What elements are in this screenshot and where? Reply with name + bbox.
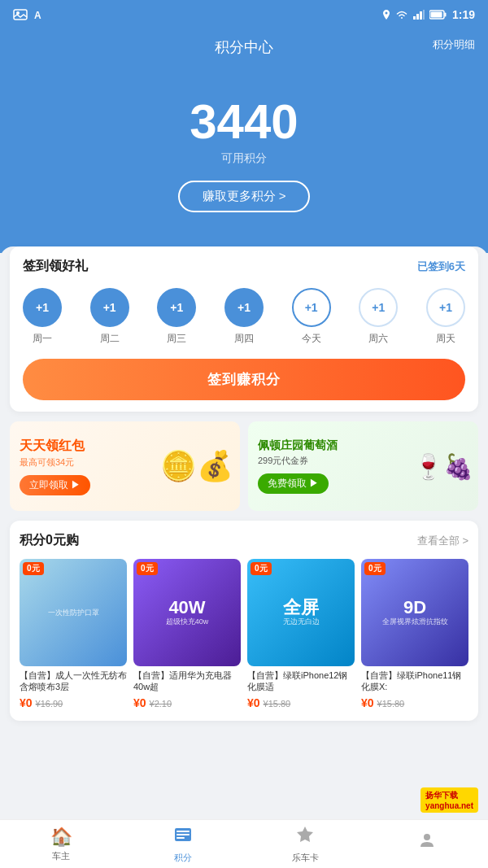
product-price-old-1: ¥2.10 <box>150 699 172 709</box>
product-price-row-1: ¥0 ¥2.10 <box>133 696 241 709</box>
product-price-old-0: ¥16.90 <box>36 699 63 709</box>
banner-card-redpacket: 天天领红包 最高可领34元 立即领取 ▶ 🪙💰 <box>10 421 240 511</box>
banner-wine-icon: 🍷🍇 <box>413 452 473 481</box>
product-price-row-3: ¥0 ¥15.80 <box>361 696 468 709</box>
day-label: 今天 <box>302 332 321 346</box>
nav-item-profile[interactable] <box>366 820 488 868</box>
product-price-row-2: ¥0 ¥15.80 <box>247 696 355 709</box>
a-icon: A <box>33 9 46 20</box>
checkin-day-周二[interactable]: +1周二 <box>90 288 129 346</box>
checkin-status: 已签到6天 <box>417 260 465 274</box>
day-label: 周二 <box>100 332 120 346</box>
product-name-1: 【自营】适用华为充电器40w超 <box>133 670 241 693</box>
nav-icon-profile <box>417 831 437 855</box>
svg-point-15 <box>424 834 430 840</box>
checkin-header: 签到领好礼 已签到6天 <box>23 258 465 275</box>
status-right-icons: 1:19 <box>382 8 475 21</box>
checkin-button[interactable]: 签到赚积分 <box>23 359 465 400</box>
product-price-new-2: ¥0 <box>247 696 260 709</box>
nav-icon-lecard <box>295 825 315 849</box>
product-price-new-0: ¥0 <box>20 696 33 709</box>
product-item-3[interactable]: 0元 9D 全屏视界炫滑抗指纹 【自营】绿联iPhone11钢化膜X: ¥0 ¥… <box>361 559 468 709</box>
wifi-icon <box>395 10 408 20</box>
day-label: 周三 <box>167 332 186 346</box>
product-price-new-1: ¥0 <box>133 696 146 709</box>
day-label: 周六 <box>368 332 388 346</box>
product-item-2[interactable]: 0元 全屏 无边无白边 【自营】绿联iPhone12钢化膜适 ¥0 ¥15.80 <box>247 559 355 709</box>
svg-rect-14 <box>176 837 185 839</box>
checkin-status-prefix: 已签到 <box>417 260 449 273</box>
nav-item-points[interactable]: 积分 <box>122 820 244 868</box>
time-display: 1:19 <box>452 8 475 21</box>
status-left-icons: A <box>13 9 46 20</box>
product-small-text-3: 全屏视界炫滑抗指纹 <box>382 617 448 627</box>
product-item-1[interactable]: 0元 40W 超级快充40w 【自营】适用华为充电器40w超 ¥0 ¥2.10 <box>133 559 241 709</box>
product-image-2: 0元 全屏 无边无白边 <box>247 559 355 666</box>
checkin-day-周天[interactable]: +1周天 <box>426 288 465 346</box>
svg-rect-6 <box>420 11 422 20</box>
header-detail-link[interactable]: 积分明细 <box>433 37 475 52</box>
svg-point-3 <box>385 12 387 15</box>
svg-rect-9 <box>444 13 446 17</box>
product-price-new-3: ¥0 <box>361 696 374 709</box>
banner-row: 天天领红包 最高可领34元 立即领取 ▶ 🪙💰 佩顿庄园葡萄酒 299元代金券 … <box>10 421 478 511</box>
banner-coins-icon: 🪙💰 <box>160 449 233 483</box>
checkin-title: 签到领好礼 <box>23 258 88 275</box>
svg-rect-13 <box>176 834 190 835</box>
product-item-0[interactable]: 0元 一次性防护口罩 【自营】成人一次性无纺布含熔喷布3层 ¥0 ¥16.90 <box>20 559 127 709</box>
svg-rect-12 <box>176 831 190 832</box>
checkin-day-周四[interactable]: +1周四 <box>224 288 264 346</box>
checkin-day-周三[interactable]: +1周三 <box>157 288 196 346</box>
product-big-text-1: 40W <box>168 599 205 617</box>
svg-text:A: A <box>34 10 41 20</box>
signal-icon <box>413 10 425 20</box>
battery-icon <box>429 10 447 20</box>
banner-card-wine: 佩顿庄园葡萄酒 299元代金券 免费领取 ▶ 🍷🍇 <box>248 421 478 511</box>
checkin-day-周一[interactable]: +1周一 <box>23 288 62 346</box>
points-hero: 3440 可用积分 赚取更多积分 > <box>0 81 488 253</box>
nav-label-lecard: 乐车卡 <box>292 852 319 864</box>
nav-label-driver: 车主 <box>52 850 70 862</box>
checkin-days-count: 6 <box>449 260 455 273</box>
product-price-old-3: ¥15.80 <box>377 699 405 709</box>
section-more-link[interactable]: 查看全部 > <box>417 534 468 548</box>
page-header: 积分中心 积分明细 <box>0 29 488 81</box>
svg-rect-10 <box>430 12 442 18</box>
checkin-day-今天[interactable]: +1今天 <box>292 288 331 346</box>
nav-icon-driver: 🏠 <box>50 827 72 848</box>
header-title: 积分中心 <box>215 39 273 55</box>
product-big-text-2: 全屏 <box>283 599 319 617</box>
product-image-3: 0元 9D 全屏视界炫滑抗指纹 <box>361 559 468 666</box>
products-section: 积分0元购 查看全部 > 0元 一次性防护口罩 【自营】成人一次性无纺布含熔喷布… <box>10 521 478 721</box>
product-small-text-0: 一次性防护口罩 <box>48 608 99 618</box>
product-image-0: 0元 一次性防护口罩 <box>20 559 127 666</box>
day-label: 周一 <box>33 332 52 346</box>
nav-label-points: 积分 <box>174 852 192 864</box>
product-price-row-0: ¥0 ¥16.90 <box>20 696 127 709</box>
section-header: 积分0元购 查看全部 > <box>20 532 468 549</box>
svg-rect-0 <box>14 10 27 20</box>
nav-item-driver[interactable]: 🏠 车主 <box>0 820 122 868</box>
product-price-old-2: ¥15.80 <box>264 699 291 709</box>
points-number: 3440 <box>13 98 475 146</box>
product-big-text-3: 9D <box>403 599 426 617</box>
bottom-nav: 🏠 车主 积分 乐车卡 <box>0 819 488 868</box>
day-label: 周天 <box>436 332 455 346</box>
product-badge-1: 0元 <box>137 562 158 575</box>
main-content: 签到领好礼 已签到6天 +1周一+1周二+1周三+1周四+1今天+1周六+1周天… <box>0 246 488 721</box>
checkin-status-suffix: 天 <box>455 260 465 273</box>
watermark: 扬华下载yanghua.net <box>420 787 478 813</box>
location-icon <box>382 9 390 20</box>
section-title: 积分0元购 <box>20 532 79 549</box>
checkin-days-row: +1周一+1周二+1周三+1周四+1今天+1周六+1周天 <box>23 288 465 346</box>
products-grid: 0元 一次性防护口罩 【自营】成人一次性无纺布含熔喷布3层 ¥0 ¥16.90 … <box>20 559 468 709</box>
earn-more-button[interactable]: 赚取更多积分 > <box>178 181 311 212</box>
product-image-1: 0元 40W 超级快充40w <box>133 559 241 666</box>
checkin-day-周六[interactable]: +1周六 <box>359 288 398 346</box>
status-bar: A 1:19 <box>0 0 488 29</box>
banner-btn-1[interactable]: 立即领取 ▶ <box>20 475 90 495</box>
product-name-3: 【自营】绿联iPhone11钢化膜X: <box>361 670 468 693</box>
nav-item-lecard[interactable]: 乐车卡 <box>244 820 366 868</box>
banner-btn-2[interactable]: 免费领取 ▶ <box>258 473 329 494</box>
product-small-text-1: 超级快充40w <box>166 617 209 627</box>
